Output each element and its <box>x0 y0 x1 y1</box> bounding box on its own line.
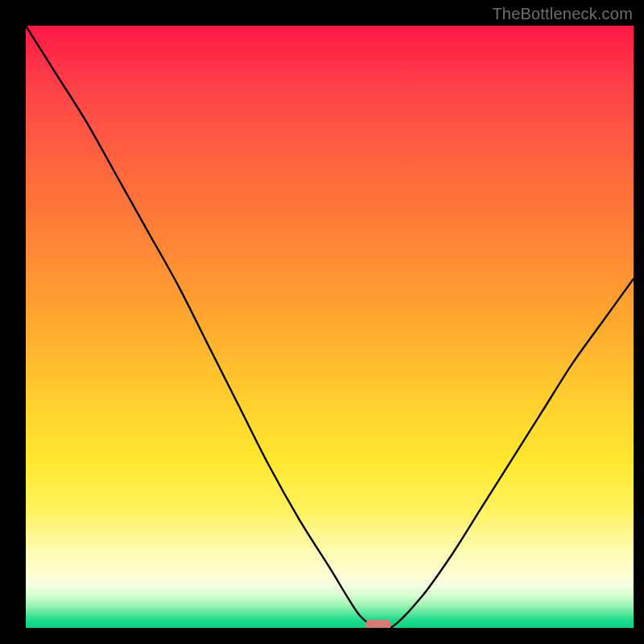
chart-frame: TheBottleneck.com <box>0 0 644 644</box>
watermark-text: TheBottleneck.com <box>492 5 633 23</box>
bottleneck-curve <box>26 26 634 628</box>
plot-area <box>26 26 634 628</box>
optimal-marker <box>365 619 391 628</box>
